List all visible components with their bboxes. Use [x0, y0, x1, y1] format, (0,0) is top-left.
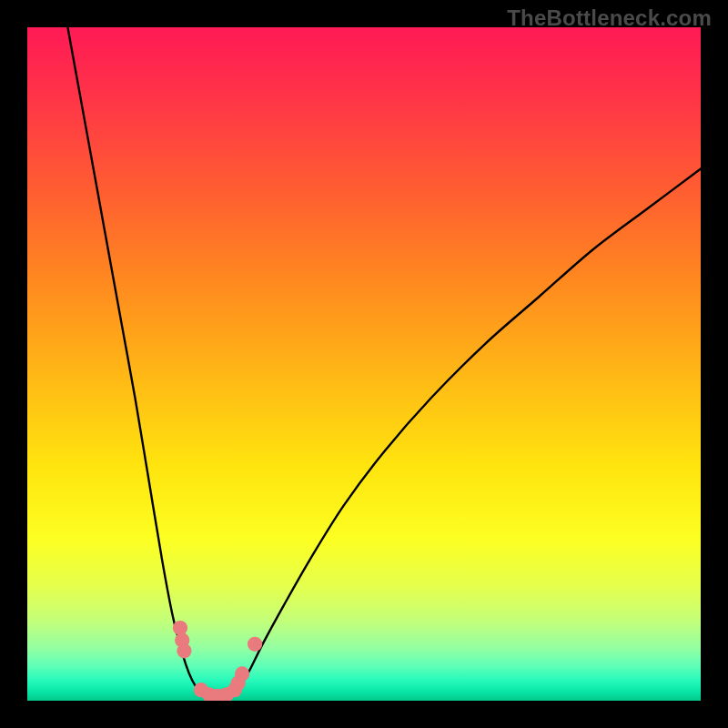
marker-point — [235, 666, 249, 681]
plot-area — [27, 27, 701, 701]
curve-svg — [27, 27, 701, 701]
markers-group — [173, 621, 262, 701]
series-left-branch — [67, 27, 206, 695]
marker-point — [248, 637, 262, 652]
chart-stage: TheBottleneck.com — [0, 0, 728, 728]
series-right-branch — [233, 168, 701, 695]
series-group — [67, 27, 701, 699]
marker-point — [177, 643, 191, 658]
watermark-text: TheBottleneck.com — [507, 5, 712, 31]
